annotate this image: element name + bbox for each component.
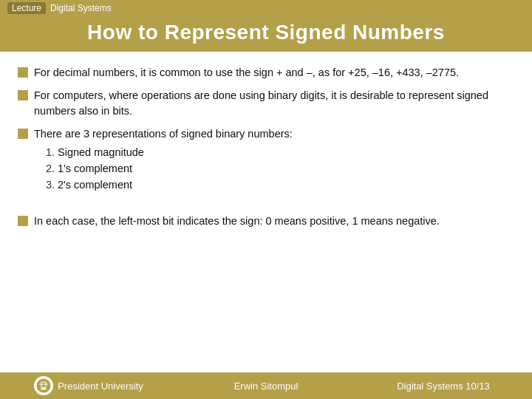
- item-label-2: 1's complement: [58, 161, 132, 177]
- bullet-item-4: In each case, the left-most bit indicate…: [18, 214, 514, 229]
- bullet-item-3: There are 3 representations of signed bi…: [18, 126, 514, 193]
- svg-rect-2: [42, 387, 45, 389]
- bullet-icon-1: [18, 67, 28, 78]
- item-label-1: Signed magnitude: [58, 145, 144, 161]
- lecture-label: Lecture: [7, 2, 46, 14]
- main-content: For decimal numbers, it is common to use…: [0, 52, 532, 244]
- footer-page-text: Digital Systems 10/13: [397, 381, 490, 392]
- bullet-text-4: In each case, the left-most bit indicate…: [34, 214, 514, 229]
- svg-point-0: [36, 378, 51, 393]
- footer: President University Erwin Sitompul Digi…: [0, 372, 532, 399]
- university-logo: [34, 376, 53, 395]
- bullet-icon-4: [18, 216, 28, 226]
- bullet-icon-3: [18, 129, 28, 139]
- list-item: 2. 1's complement: [41, 161, 514, 177]
- bullet-text-1: For decimal numbers, it is common to use…: [34, 65, 514, 81]
- bullet-icon-2: [18, 90, 28, 100]
- footer-left: President University: [0, 376, 177, 395]
- bullet-text-3: There are 3 representations of signed bi…: [34, 126, 514, 193]
- list-item: 3. 2's complement: [41, 177, 514, 194]
- sub-list: 1. Signed magnitude 2. 1's complement 3.…: [41, 145, 514, 193]
- bullet-item-2: For computers, where operations are done…: [18, 88, 514, 119]
- header-bar: Lecture Digital Systems: [0, 0, 532, 16]
- bullet3-intro: There are 3 representations of signed bi…: [34, 128, 293, 140]
- logo-svg: [35, 378, 52, 394]
- item-label-3: 2's complement: [58, 177, 132, 194]
- footer-center: Erwin Sitompul: [177, 381, 355, 392]
- footer-author-text: Erwin Sitompul: [234, 381, 299, 392]
- page-title: How to Represent Signed Numbers: [15, 21, 517, 44]
- list-item: 1. Signed magnitude: [41, 145, 514, 161]
- bullet-text-2: For computers, where operations are done…: [34, 88, 514, 119]
- footer-university-text: President University: [58, 381, 143, 392]
- item-num-1: 1.: [41, 145, 55, 161]
- digital-systems-label: Digital Systems: [50, 3, 112, 13]
- bullet-item-1: For decimal numbers, it is common to use…: [18, 65, 514, 81]
- item-num-2: 2.: [41, 161, 55, 177]
- item-num-3: 3.: [41, 177, 55, 194]
- footer-right: Digital Systems 10/13: [355, 381, 532, 392]
- title-bar: How to Represent Signed Numbers: [0, 16, 532, 52]
